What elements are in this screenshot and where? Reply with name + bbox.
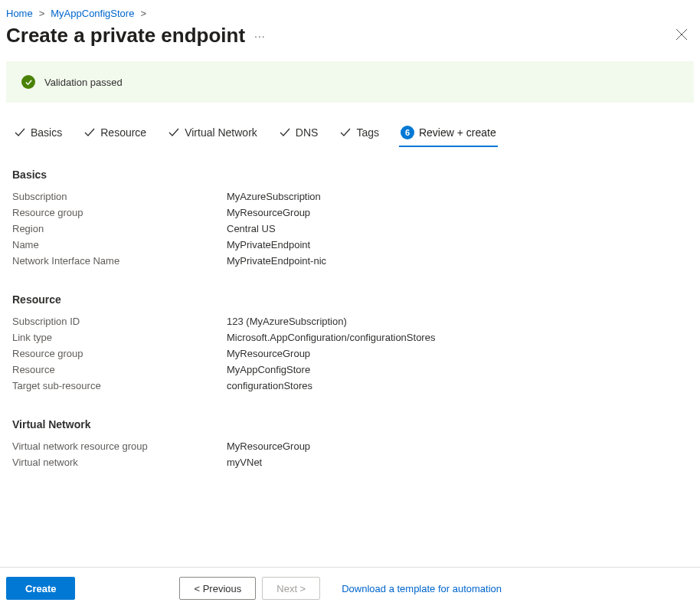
footer: Create < Previous Next > Download a temp… (0, 567, 700, 609)
validation-message: Validation passed (44, 77, 123, 88)
row-link-type: Link type Microsoft.AppConfiguration/con… (12, 329, 694, 345)
row-subscription-id: Subscription ID 123 (MyAzureSubscription… (12, 313, 694, 329)
check-icon (279, 126, 291, 139)
chevron-right-icon: > (137, 8, 149, 19)
tab-label: DNS (296, 126, 319, 139)
value: MyResourceGroup (227, 348, 310, 359)
label: Target sub-resource (12, 380, 227, 391)
value: Central US (227, 223, 276, 234)
row-subscription: Subscription MyAzureSubscription (12, 188, 694, 205)
value: 123 (MyAzureSubscription) (227, 316, 347, 327)
tab-label: Tags (356, 126, 379, 139)
row-nic-name: Network Interface Name MyPrivateEndpoint… (12, 253, 694, 269)
tab-label: Review + create (419, 126, 496, 139)
check-circle-icon (21, 75, 35, 89)
tab-label: Virtual Network (185, 126, 257, 139)
step-number-icon: 6 (401, 126, 414, 139)
tab-dns[interactable]: DNS (277, 123, 320, 147)
next-button: Next > (262, 577, 320, 600)
tab-label: Resource (100, 126, 146, 139)
check-icon (339, 126, 352, 139)
validation-banner: Validation passed (6, 61, 694, 103)
review-content: Basics Subscription MyAzureSubscription … (0, 147, 700, 588)
label: Virtual network (12, 457, 227, 468)
label: Network Interface Name (12, 255, 227, 267)
label: Region (12, 223, 227, 234)
tab-resource[interactable]: Resource (82, 123, 148, 147)
row-resource-group-2: Resource group MyResourceGroup (12, 345, 694, 362)
value: MyPrivateEndpoint-nic (227, 255, 326, 267)
breadcrumb-store[interactable]: MyAppConfigStore (51, 8, 134, 19)
label: Subscription (12, 191, 227, 202)
row-name: Name MyPrivateEndpoint (12, 237, 694, 253)
close-icon[interactable] (675, 28, 688, 43)
value: MyResourceGroup (227, 440, 310, 452)
previous-button[interactable]: < Previous (179, 577, 256, 600)
tab-review-create[interactable]: 6 Review + create (399, 123, 498, 147)
value: Microsoft.AppConfiguration/configuration… (227, 332, 435, 343)
section-basics-title: Basics (12, 161, 694, 188)
tab-label: Basics (31, 126, 62, 139)
row-target-sub: Target sub-resource configurationStores (12, 378, 694, 394)
row-resource-group: Resource group MyResourceGroup (12, 205, 694, 221)
label: Name (12, 239, 227, 250)
value: MyPrivateEndpoint (227, 239, 310, 250)
section-vnet-title: Virtual Network (12, 408, 694, 438)
row-vnet-rg: Virtual network resource group MyResourc… (12, 438, 694, 454)
check-icon (14, 126, 26, 139)
value: MyAzureSubscription (227, 191, 321, 202)
tab-basics[interactable]: Basics (12, 123, 64, 147)
row-region: Region Central US (12, 221, 694, 237)
breadcrumb: Home > MyAppConfigStore > (0, 0, 700, 22)
value: MyAppConfigStore (227, 364, 310, 375)
label: Subscription ID (12, 316, 227, 327)
section-resource-title: Resource (12, 283, 694, 313)
label: Resource group (12, 207, 227, 218)
tab-virtual-network[interactable]: Virtual Network (166, 123, 259, 147)
label: Resource (12, 364, 227, 375)
label: Link type (12, 332, 227, 343)
page-title: Create a private endpoint (6, 24, 245, 47)
breadcrumb-home[interactable]: Home (6, 8, 33, 19)
title-row: Create a private endpoint ··· (0, 22, 700, 61)
value: myVNet (227, 457, 262, 468)
check-icon (168, 126, 180, 139)
chevron-right-icon: > (36, 8, 48, 19)
value: MyResourceGroup (227, 207, 310, 218)
value: configurationStores (227, 380, 312, 391)
tabs: Basics Resource Virtual Network DNS Tags… (0, 112, 700, 147)
label: Resource group (12, 348, 227, 359)
row-resource: Resource MyAppConfigStore (12, 362, 694, 378)
create-button[interactable]: Create (6, 577, 75, 600)
more-icon[interactable]: ··· (254, 30, 266, 42)
download-template-link[interactable]: Download a template for automation (342, 583, 502, 594)
check-icon (83, 126, 96, 139)
label: Virtual network resource group (12, 440, 227, 452)
tab-tags[interactable]: Tags (338, 123, 381, 147)
row-vnet: Virtual network myVNet (12, 454, 694, 470)
